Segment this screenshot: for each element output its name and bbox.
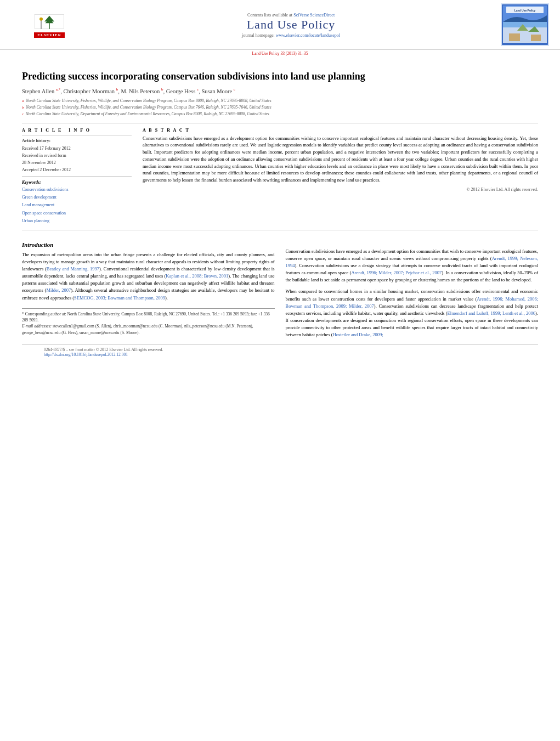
- footer-issn: 0264-8377/$ – see front matter © 2012 El…: [44, 347, 516, 352]
- svg-rect-16: [531, 35, 541, 41]
- body-left-col: Introduction The expansion of metropolit…: [22, 236, 275, 339]
- footnotes: * Corresponding author at: North Carolin…: [22, 308, 275, 336]
- elsevier-label: ELSEVIER: [34, 32, 64, 38]
- sciverse-link[interactable]: SciVerse ScienceDirect: [293, 13, 335, 18]
- footer-strip: 0264-8377/$ – see front matter © 2012 El…: [22, 344, 538, 359]
- body-section: Introduction The expansion of metropolit…: [22, 236, 538, 339]
- ref-beatley[interactable]: Beatley and Manning, 1997: [47, 266, 99, 271]
- copyright: © 2012 Elsevier Ltd. All rights reserved…: [143, 187, 538, 192]
- accepted-date: Accepted 2 December 2012: [22, 167, 132, 174]
- divider-2: [22, 230, 538, 230]
- affil-b: b North Carolina State University, Fishe…: [22, 104, 538, 110]
- ref-milder[interactable]: Milder, 2007: [46, 287, 71, 293]
- elsevier-elephant-icon: [33, 12, 66, 31]
- ref-semcog[interactable]: SEMCOG, 2003; Bowman and Thompson, 2009: [74, 295, 165, 301]
- footnote-corresponding: * Corresponding author at: North Carolin…: [22, 311, 275, 324]
- body-right-col: Conservation subdivisions have emerged a…: [286, 236, 539, 339]
- keywords-list: Conservation subdivisions Green developm…: [22, 186, 132, 225]
- affiliations: a North Carolina State University, Fishe…: [22, 98, 538, 117]
- keyword-3[interactable]: Land management: [22, 201, 132, 209]
- ref-elmendorf[interactable]: Elmendorf and Luloff, 1999; Lenth et al.…: [448, 310, 535, 316]
- page: ELSEVIER Contents lists available at Sci…: [0, 0, 560, 741]
- keyword-5[interactable]: Urban planning: [22, 217, 132, 225]
- ref-kaplan[interactable]: Kaplan et al., 2008; Brown, 2001: [166, 273, 228, 279]
- elsevier-block: ELSEVIER: [11, 12, 88, 38]
- ref-hostetler[interactable]: Hostetler and Drake, 2009;: [333, 332, 383, 337]
- introduction-header: Introduction: [22, 241, 275, 248]
- keyword-4[interactable]: Open space conservation: [22, 210, 132, 217]
- intro-right-text-1: Conservation subdivisions have emerged a…: [286, 248, 539, 284]
- affil-c: c North Carolina State University, Depar…: [22, 111, 538, 117]
- email-hess[interactable]: george_hess@ncsu.edu: [22, 330, 60, 335]
- revised-date: Received in revised form28 November 2012: [22, 152, 132, 167]
- keywords-section: Keywords: Conservation subdivisions Gree…: [22, 180, 132, 225]
- article-dates: Article history: Received 17 February 20…: [22, 135, 132, 177]
- footer-doi: http://dx.doi.org/10.1016/j.landusepol.2…: [44, 352, 516, 357]
- elsevier-logo-area: ELSEVIER: [11, 12, 88, 38]
- ref-arendt1996[interactable]: Arendt, 1996; Milder, 2007; Pejchar et a…: [351, 270, 442, 275]
- journal-cover-thumbnail: Land Use Policy: [501, 3, 549, 46]
- article-info-header: A R T I C L E I N F O: [22, 128, 132, 133]
- email-moorman[interactable]: chris_moorman@ncsu.edu: [114, 324, 157, 329]
- journal-volume-info: Land Use Policy 33 (2013) 31–35: [252, 51, 308, 56]
- journal-info-strip: Land Use Policy 33 (2013) 31–35: [0, 50, 560, 56]
- email-moore[interactable]: susan_moore@ncsu.edu: [80, 330, 120, 335]
- abstract-header: A B S T R A C T: [143, 128, 538, 133]
- journal-homepage: journal homepage: www.elsevier.com/locat…: [88, 33, 494, 38]
- keyword-2[interactable]: Green development: [22, 194, 132, 201]
- footnote-emails: E-mail addresses: stevecallen1@gmail.com…: [22, 323, 275, 336]
- authors-line: Stephen Allen a,*, Christopher Moorman b…: [22, 87, 538, 94]
- intro-right-text-2: When compared to conventional homes in a…: [286, 288, 539, 338]
- affil-a: a North Carolina State University, Fishe…: [22, 98, 538, 104]
- svg-rect-15: [509, 33, 520, 41]
- svg-text:Land Use Policy: Land Use Policy: [514, 9, 536, 12]
- journal-cover-area: Land Use Policy: [494, 3, 549, 46]
- keyword-1[interactable]: Conservation subdivisions: [22, 186, 132, 194]
- email-allen[interactable]: stevecallen1@gmail.com: [53, 324, 94, 329]
- abstract-column: A B S T R A C T Conservation subdivision…: [143, 128, 538, 225]
- paper-title: Predicting success incorporating conserv…: [22, 70, 538, 83]
- abstract-text: Conservation subdivisions have emerged a…: [143, 135, 538, 184]
- article-info-column: A R T I C L E I N F O Article history: R…: [22, 128, 132, 225]
- highlighted-word: these: [529, 135, 538, 141]
- main-content: Predicting success incorporating conserv…: [0, 56, 560, 365]
- ref-arendt96-2[interactable]: Arendt, 1996; Mohamed, 2006; Bowman and …: [286, 296, 539, 309]
- info-abstract-section: A R T I C L E I N F O Article history: R…: [22, 128, 538, 225]
- svg-rect-9: [503, 22, 547, 27]
- cover-svg: Land Use Policy: [501, 3, 549, 46]
- divider-1: [22, 123, 538, 123]
- header-top: ELSEVIER Contents lists available at Sci…: [0, 0, 560, 50]
- journal-title: Land Use Policy: [88, 18, 494, 32]
- header-center: Contents lists available at SciVerse Sci…: [88, 12, 494, 38]
- ref-arendt1999[interactable]: Arendt, 1999; Nelessen, 1994: [286, 256, 539, 268]
- contents-text: Contents lists available at SciVerse Sci…: [88, 12, 494, 18]
- svg-point-5: [39, 17, 43, 20]
- email-peterson[interactable]: nils_peterson@ncsu.edu: [184, 324, 224, 329]
- intro-left-text: The expansion of metropolitan areas into…: [22, 251, 275, 302]
- doi-link[interactable]: http://dx.doi.org/10.1016/j.landusepol.2…: [44, 352, 128, 357]
- received-date: Received 17 February 2012: [22, 145, 132, 152]
- journal-homepage-link[interactable]: www.elsevier.com/locate/landusepol: [276, 33, 340, 38]
